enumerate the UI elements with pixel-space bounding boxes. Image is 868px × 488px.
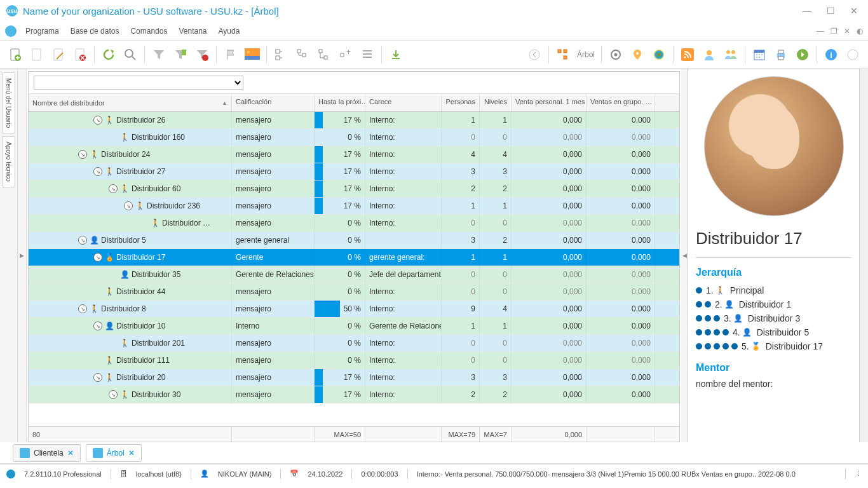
menu-ayuda[interactable]: Ayuda: [214, 24, 245, 38]
refresh-button[interactable]: [98, 44, 119, 65]
menu-base de datos[interactable]: Base de datos: [65, 24, 125, 38]
expand-icon[interactable]: ↘: [93, 373, 102, 382]
row-carece: Interno:: [365, 112, 442, 128]
close-button[interactable]: ✕: [846, 4, 862, 17]
table-row[interactable]: 🚶Distribuidor 111mensajero0 %Interno:000…: [29, 352, 679, 369]
help-icon-button[interactable]: [843, 44, 863, 65]
location-button[interactable]: [627, 44, 648, 65]
image-button[interactable]: [242, 44, 262, 65]
user-button[interactable]: [699, 44, 719, 65]
table-row[interactable]: ↘👤Distribuidor 5gerente general0 %320,00…: [29, 232, 679, 249]
col-grupo[interactable]: Ventas en grupo. …: [587, 94, 655, 111]
hierarchy-row[interactable]: 2. 👤Distribuidor 1: [696, 297, 851, 311]
mdi-minimize-button[interactable]: —: [817, 27, 824, 36]
filter-dropdown[interactable]: [34, 76, 243, 90]
expand-icon[interactable]: ↘: [109, 390, 118, 399]
tree-collapse-button[interactable]: [271, 44, 291, 65]
col-calif[interactable]: Calificación: [232, 94, 315, 111]
tab-árbol[interactable]: Árbol✕: [86, 444, 142, 462]
filter-panel-button[interactable]: [170, 44, 191, 65]
hierarchy-row[interactable]: 3. 👤Distribuidor 3: [696, 311, 851, 325]
users-button[interactable]: [721, 44, 741, 65]
row-venta: 0,000: [512, 249, 587, 266]
download-button[interactable]: [386, 44, 406, 65]
print-button[interactable]: [771, 44, 791, 65]
table-row[interactable]: ↘🏅Distribuidor 17Gerente0 %gerente gener…: [29, 249, 679, 266]
table-row[interactable]: ↘🚶Distribuidor 8mensajero50 %Interno:940…: [29, 301, 679, 318]
new-doc-button[interactable]: [5, 44, 25, 65]
table-row[interactable]: ↘🚶Distribuidor 60mensajero17 %Interno:22…: [29, 180, 679, 198]
table-row[interactable]: 🚶Distribuidor …mensajero0 %Interno:000,0…: [29, 215, 679, 232]
flag-button[interactable]: [220, 44, 241, 65]
minimize-button[interactable]: —: [799, 4, 815, 17]
table-row[interactable]: ↘🚶Distribuidor 27mensajero17 %Interno:33…: [29, 163, 679, 180]
support-tab[interactable]: Apoyo técnico: [2, 136, 15, 187]
table-row[interactable]: ↘🚶Distribuidor 26mensajero17 %Interno:11…: [29, 112, 679, 129]
user-menu-tab[interactable]: Menú del Usuario: [2, 72, 15, 133]
tree-expand-down-button[interactable]: [314, 44, 334, 65]
status-more[interactable]: ⋮: [855, 470, 862, 478]
hierarchy-row[interactable]: 4. 👤Distribuidor 5: [696, 325, 851, 339]
expand-icon[interactable]: ↘: [78, 150, 87, 159]
calendar-button[interactable]: [749, 44, 770, 65]
table-row[interactable]: 🚶Distribuidor 201mensajero0 %Interno:000…: [29, 335, 679, 352]
col-hasta[interactable]: Hasta la próxi…: [315, 94, 365, 111]
table-row[interactable]: ↘🚶Distribuidor 30mensajero17 %Interno:22…: [29, 386, 679, 403]
tab-clientela[interactable]: Clientela✕: [13, 444, 81, 462]
search-button[interactable]: [120, 44, 140, 65]
tab-close-icon[interactable]: ✕: [128, 449, 135, 458]
help-button[interactable]: ◐: [857, 27, 863, 36]
list-button[interactable]: [357, 44, 377, 65]
delete-doc-button[interactable]: [70, 44, 90, 65]
hierarchy-row[interactable]: 1. 🚶Principal: [696, 283, 851, 297]
info-button[interactable]: i: [821, 44, 841, 65]
splitter-left[interactable]: ▶: [18, 69, 27, 442]
mdi-restore-button[interactable]: ❐: [831, 27, 837, 36]
menu-ventana[interactable]: Ventana: [173, 24, 212, 38]
row-name: Distribuidor 111: [116, 356, 170, 365]
table-row[interactable]: ↘🚶Distribuidor 20mensajero17 %Interno:33…: [29, 369, 679, 386]
col-personas[interactable]: Personas: [442, 94, 480, 111]
splitter-right[interactable]: ◀: [681, 69, 688, 442]
filter-button[interactable]: [149, 44, 169, 65]
table-row[interactable]: 🚶Distribuidor 160mensajero0 %Interno:000…: [29, 129, 679, 146]
expand-icon[interactable]: ↘: [93, 253, 102, 262]
expand-icon[interactable]: ↘: [109, 184, 118, 193]
menu-comandos[interactable]: Comandos: [125, 24, 172, 38]
col-carece[interactable]: Carece: [365, 94, 442, 111]
bottom-tabs: Clientela✕Árbol✕: [0, 442, 868, 464]
expand-icon[interactable]: ↘: [93, 116, 102, 125]
hierarchy-row[interactable]: 5. 🏅Distribuidor 17: [696, 339, 851, 353]
expand-icon[interactable]: ↘: [78, 304, 87, 313]
expand-icon[interactable]: ↘: [78, 236, 87, 245]
color-button[interactable]: [649, 44, 669, 65]
right-scrollbar[interactable]: [859, 69, 868, 442]
edit-doc-button[interactable]: [48, 44, 69, 65]
expand-icon[interactable]: ↘: [124, 201, 133, 210]
tree-add-button[interactable]: +: [336, 44, 356, 65]
gear-button[interactable]: [606, 44, 626, 65]
open-doc-button[interactable]: [27, 44, 47, 65]
mdi-close-button[interactable]: ✕: [844, 27, 850, 36]
tree-expand-button[interactable]: [292, 44, 313, 65]
maximize-button[interactable]: ☐: [823, 4, 839, 17]
col-venta[interactable]: Venta personal. 1 mes: [512, 94, 587, 111]
svg-point-8: [202, 55, 208, 61]
table-row[interactable]: 🚶Distribuidor 44mensajero0 %Interno:000,…: [29, 283, 679, 301]
row-personas: 1: [442, 198, 480, 214]
tab-close-icon[interactable]: ✕: [67, 449, 74, 458]
forward-button[interactable]: [792, 44, 813, 65]
expand-icon[interactable]: ↘: [93, 167, 102, 176]
expand-icon[interactable]: ↘: [93, 322, 102, 330]
table-row[interactable]: 👤Distribuidor 35Gerente de Relaciones …0…: [29, 266, 679, 283]
table-row[interactable]: ↘🚶Distribuidor 24mensajero17 %Interno:44…: [29, 146, 679, 163]
table-row[interactable]: ↘👤Distribuidor 10Interno0 %Gerente de Re…: [29, 318, 679, 335]
col-niveles[interactable]: Niveles: [480, 94, 512, 111]
rss-button[interactable]: [677, 44, 698, 65]
table-row[interactable]: ↘🚶Distribuidor 236mensajero17 %Interno:1…: [29, 198, 679, 215]
col-name[interactable]: Nombre del distribuidor▲: [29, 94, 232, 111]
filter-clear-button[interactable]: [192, 44, 212, 65]
tree-view-button[interactable]: [553, 44, 573, 65]
menu-programa[interactable]: Programa: [20, 24, 64, 38]
back-button[interactable]: [524, 44, 545, 65]
